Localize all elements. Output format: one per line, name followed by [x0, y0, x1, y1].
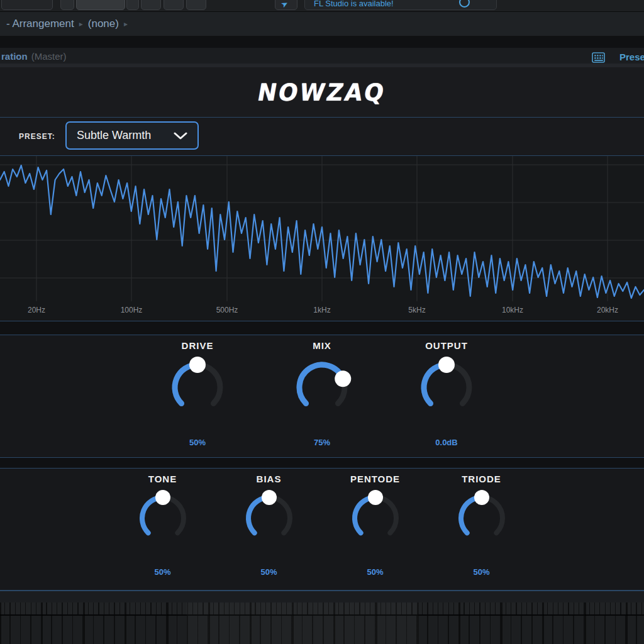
fl-toolbar-strip: ➤ FL Studio is available!	[0, 0, 644, 12]
axis-tick-label: 5kHz	[408, 306, 425, 314]
knob-triode[interactable]	[453, 490, 510, 547]
fl-studio-plugin-window: { "colors": { "accent_blue": "#4a90e2", …	[0, 0, 644, 644]
knob-label-drive: DRIVE	[182, 340, 214, 351]
knob-group-drive: DRIVE50%	[147, 335, 248, 447]
knob-thumb[interactable]	[155, 490, 170, 505]
knob-label-bias: BIAS	[257, 474, 282, 484]
spectrum-analyzer: 20Hz100Hz500Hz1kHz5kHz10kHz20kHz	[0, 155, 644, 321]
knob-tone[interactable]	[135, 490, 191, 547]
piano-black-keys[interactable]	[0, 602, 644, 614]
titlebar-bottom-edge	[0, 64, 644, 67]
section-gap	[0, 458, 644, 468]
knob-value-pentode: 50%	[367, 567, 383, 577]
knob-label-mix: MIX	[313, 340, 331, 351]
plugin-title-fragment: ration	[1, 51, 28, 62]
knob-pentode[interactable]	[347, 490, 404, 547]
preset-dropdown[interactable]: Subtle Warmth	[65, 121, 199, 150]
presets-menu-button[interactable]: Presets	[619, 52, 644, 62]
breadcrumb-none[interactable]: (none)	[88, 18, 119, 30]
toolbar-button[interactable]	[141, 0, 161, 10]
spectrum-plot	[0, 156, 644, 301]
window-gap	[0, 36, 644, 48]
knob-group-tone: TONE50%	[119, 469, 207, 577]
toolbar-button[interactable]	[60, 0, 74, 10]
plugin-wrapper-titlebar: ration(Master) Presets	[0, 48, 644, 67]
knob-group-mix: MIX75%	[272, 335, 372, 447]
knob-value-triode: 50%	[473, 567, 489, 577]
piano-white-keys[interactable]	[0, 616, 644, 644]
preset-label: PRESET:	[19, 132, 55, 141]
knob-value-drive: 50%	[189, 438, 206, 447]
update-notification-panel[interactable]: FL Studio is available!	[304, 0, 497, 10]
frequency-axis: 20Hz100Hz500Hz1kHz5kHz10kHz20kHz	[0, 301, 644, 321]
toolbar-button[interactable]	[126, 0, 139, 10]
knob-thumb[interactable]	[438, 357, 455, 373]
axis-tick-label: 20kHz	[597, 306, 618, 314]
nowzaq-logo: NOWZAQ	[256, 79, 389, 106]
info-circle-icon	[459, 0, 470, 8]
update-notification-text: FL Studio is available!	[314, 0, 394, 8]
knob-drive[interactable]	[167, 357, 228, 418]
toolbar-button[interactable]	[186, 0, 206, 10]
axis-tick-label: 10kHz	[502, 306, 523, 314]
plugin-title: ration(Master)	[1, 51, 67, 62]
breadcrumb-arrangement[interactable]: - Arrangement	[6, 18, 74, 30]
chevron-right-icon: ▸	[124, 19, 128, 28]
knob-value-mix: 75%	[314, 438, 330, 447]
knob-mix[interactable]	[291, 357, 353, 418]
axis-tick-label: 1kHz	[313, 306, 330, 314]
axis-tick-label: 100Hz	[121, 306, 143, 314]
knob-label-tone: TONE	[148, 474, 177, 484]
toolbar-panel[interactable]	[1, 0, 53, 10]
knob-value-bias: 50%	[260, 567, 277, 577]
knob-label-triode: TRIODE	[462, 474, 501, 484]
knob-bias[interactable]	[241, 490, 297, 547]
knob-thumb[interactable]	[335, 370, 351, 387]
axis-tick-label: 20Hz	[28, 306, 45, 314]
section-gap	[0, 321, 644, 335]
send-feedback-button[interactable]: ➤	[275, 0, 297, 10]
knob-output[interactable]	[416, 357, 477, 418]
tube-controls-panel: TONE50%BIAS50%PENTODE50%TRIODE50%	[0, 469, 644, 590]
plugin-bottom-band	[0, 591, 644, 602]
knob-label-pentode: PENTODE	[350, 474, 400, 484]
knob-group-bias: BIAS50%	[225, 469, 313, 577]
knob-thumb[interactable]	[474, 490, 489, 505]
knob-thumb[interactable]	[262, 490, 277, 505]
chevron-right-icon: ▸	[79, 19, 83, 28]
knob-fill-arc	[299, 365, 343, 403]
plugin-header: NOWZAQ	[0, 67, 644, 117]
arrangement-breadcrumb-bar: - Arrangement ▸ (none) ▸	[0, 12, 644, 36]
knob-thumb[interactable]	[368, 490, 383, 505]
axis-tick-label: 500Hz	[216, 306, 238, 314]
knob-label-output: OUTPUT	[425, 340, 468, 351]
knob-thumb[interactable]	[189, 357, 206, 373]
knob-group-pentode: PENTODE50%	[331, 469, 419, 577]
knob-value-tone: 50%	[154, 567, 170, 577]
knob-value-output: 0.0dB	[435, 438, 457, 447]
plugin-title-context: (Master)	[31, 51, 67, 62]
main-controls-panel: DRIVE50%MIX75%OUTPUT0.0dB	[0, 335, 644, 457]
paper-plane-icon: ➤	[279, 0, 290, 10]
toolbar-button[interactable]	[164, 0, 184, 10]
knob-group-triode: TRIODE50%	[438, 469, 526, 577]
knob-group-output: OUTPUT0.0dB	[396, 335, 497, 447]
piano-keyboard-strip[interactable]	[0, 602, 644, 644]
toolbar-display-field[interactable]	[76, 0, 125, 10]
preset-section: PRESET: Subtle Warmth	[0, 118, 644, 155]
chevron-down-icon	[174, 132, 187, 140]
preset-dropdown-value: Subtle Warmth	[77, 129, 151, 142]
